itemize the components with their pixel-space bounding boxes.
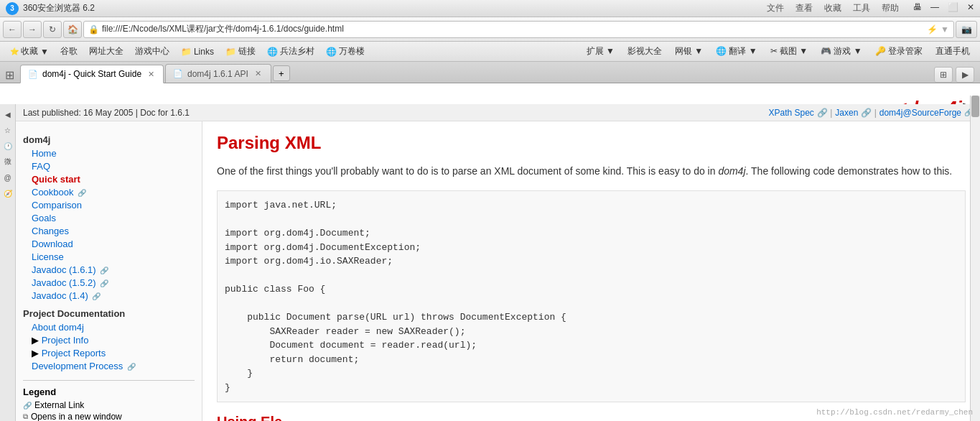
menu-favorites[interactable]: 收藏 <box>821 2 844 14</box>
back-button[interactable]: ← <box>3 21 22 38</box>
bookmark-wanjuan[interactable]: 🌐 万卷楼 <box>322 44 369 59</box>
tabs-bar: ⊞ 📄 dom4j - Quick Start Guide ✕ 📄 dom4j … <box>0 62 980 83</box>
direct-btn[interactable]: 直通手机 <box>931 44 974 59</box>
browser-title: 360安全浏览器 6.2 <box>23 2 764 14</box>
tab-api-icon: 📄 <box>173 69 183 78</box>
bookmark-google[interactable]: 谷歌 <box>56 44 82 59</box>
bookmark-games[interactable]: 游戏中心 <box>131 44 174 59</box>
address-bar[interactable]: 🔒 file:///E:/Ncode/ls/XML课程/jar文件/dom4j-… <box>83 21 954 38</box>
bookmark-links[interactable]: 📁 Links <box>177 45 218 58</box>
menu-view[interactable]: 查看 <box>793 2 816 14</box>
bookmark-favorites[interactable]: ⭐ 收藏 ▼ <box>6 44 53 59</box>
tab-doc-icon: 📄 <box>28 70 38 79</box>
tab-api[interactable]: 📄 dom4j 1.6.1 API ✕ <box>165 64 271 83</box>
window-controls[interactable]: 文件 查看 收藏 工具 帮助 🖶 — ⬜ ✕ <box>764 2 974 14</box>
ext-btn[interactable]: 扩展 ▼ <box>582 44 619 59</box>
tab-forward-btn[interactable]: ▶ <box>956 67 974 83</box>
tab-api-label: dom4j 1.6.1 API <box>187 69 248 79</box>
forward-button[interactable]: → <box>23 21 42 38</box>
video-btn[interactable]: 影视大全 <box>623 44 666 59</box>
screenshot-menu-btn[interactable]: ✂ 截图 ▼ <box>766 44 813 59</box>
tab-quickstart-close[interactable]: ✕ <box>146 69 157 80</box>
netbank-btn[interactable]: 网银 ▼ <box>671 44 707 59</box>
menu-tools[interactable]: 工具 <box>850 2 873 14</box>
star-icon: ⭐ <box>10 47 19 55</box>
tab-api-close[interactable]: ✕ <box>253 68 263 79</box>
navbar: ← → ↻ 🏠 🔒 file:///E:/Ncode/ls/XML课程/jar文… <box>0 17 980 42</box>
sidebar-toggle[interactable]: ⊞ <box>3 67 16 83</box>
menu-help[interactable]: 帮助 <box>879 2 902 14</box>
translate-btn[interactable]: 🌐 翻译 ▼ <box>711 44 762 59</box>
games-btn[interactable]: 🎮 游戏 ▼ <box>816 44 867 59</box>
menu-file[interactable]: 文件 <box>764 2 787 14</box>
tab-quickstart[interactable]: 📄 dom4j - Quick Start Guide ✕ <box>20 65 164 83</box>
tab-quickstart-label: dom4j - Quick Start Guide <box>42 69 141 79</box>
home-button[interactable]: 🏠 <box>63 21 82 38</box>
bookmarks-bar: ⭐ 收藏 ▼ 谷歌 网址大全 游戏中心 📁 Links 📁 链接 🌐 兵法乡村 … <box>0 42 980 62</box>
tab-list-btn[interactable]: ⊞ <box>934 67 953 83</box>
titlebar: 3 360安全浏览器 6.2 文件 查看 收藏 工具 帮助 🖶 — ⬜ ✕ <box>0 0 980 17</box>
browser-icon: 3 <box>6 2 19 15</box>
login-btn[interactable]: 🔑 登录管家 <box>871 44 927 59</box>
bookmark-netaddr[interactable]: 网址大全 <box>85 44 128 59</box>
bookmark-chain[interactable]: 📁 链接 <box>221 44 260 59</box>
new-tab-button[interactable]: + <box>273 65 290 81</box>
bookmark-soldier[interactable]: 🌐 兵法乡村 <box>263 44 319 59</box>
screenshot-btn[interactable]: 📷 <box>956 21 977 38</box>
address-text: file:///E:/Ncode/ls/XML课程/jar文件/dom4j-1.… <box>102 23 924 35</box>
refresh-button[interactable]: ↻ <box>43 21 62 38</box>
